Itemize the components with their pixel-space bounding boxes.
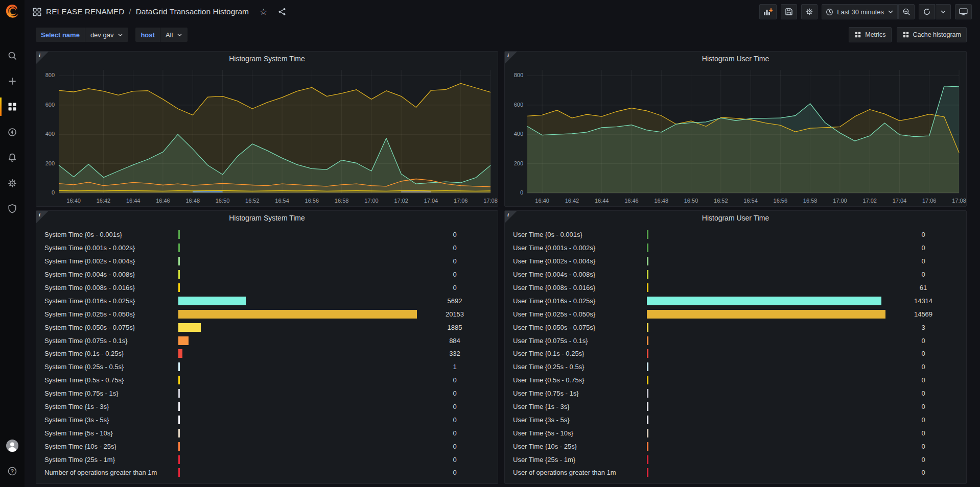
bell-icon <box>7 153 17 163</box>
bar-gauge-row: User Time {0.004s - 0.008s}0 <box>510 268 961 281</box>
bar-fill <box>647 429 648 437</box>
sidebar-item-server-admin[interactable] <box>0 196 25 222</box>
bar-fill <box>647 270 648 279</box>
bar-row-value: 0 <box>417 456 493 464</box>
cycle-view-mode-button[interactable] <box>955 4 972 19</box>
plus-icon <box>7 76 17 86</box>
variable-host-value[interactable]: All <box>160 28 188 42</box>
x-axis-label: 17:02 <box>862 198 877 204</box>
bar-gauge-row: System Time {0.004s - 0.008s}0 <box>41 268 493 281</box>
bar-fill <box>647 468 648 477</box>
bar-zone <box>647 360 885 374</box>
x-axis-label: 16:40 <box>535 198 549 204</box>
star-icon[interactable]: ☆ <box>260 8 267 16</box>
bar-zone <box>178 307 417 321</box>
bar-gauge-row: System Time {0.016s - 0.025s}5692 <box>41 294 493 307</box>
bar-gauge-row: System Time {0.001s - 0.002s}0 <box>41 241 493 255</box>
x-axis-label: 16:46 <box>624 198 639 204</box>
bar-gauge-row: User Time {3s - 5s}0 <box>510 413 961 426</box>
sidebar-item-help[interactable]: ? <box>0 458 25 484</box>
panel-title[interactable]: Histogram System Time <box>36 211 498 225</box>
panel-title[interactable]: Histogram User Time <box>505 211 966 225</box>
save-dashboard-button[interactable] <box>781 4 797 19</box>
bar-gauge-row: System Time {1s - 3s}0 <box>41 400 493 413</box>
bar-zone <box>647 400 885 413</box>
bar-row-value: 0 <box>885 244 961 252</box>
chart-canvas[interactable] <box>505 66 966 206</box>
apps-icon <box>902 31 909 38</box>
panel-title[interactable]: Histogram User Time <box>505 52 966 66</box>
variable-name-label[interactable]: Select name <box>36 28 85 42</box>
bar-gauge-row: User Time {0.008s - 0.016s}61 <box>510 281 961 295</box>
sidebar-item-explore[interactable] <box>0 119 25 145</box>
bar-row-label: Number of operations greater than 1m <box>41 469 178 476</box>
sidebar-bottom: ? <box>0 433 25 487</box>
bar-zone <box>178 440 417 453</box>
bar-fill <box>178 402 180 411</box>
breadcrumb-folder[interactable]: RELEASE RENAMED <box>46 7 124 16</box>
breadcrumb-dashboard-title[interactable]: DataGrid Transaction Histogram <box>136 7 249 16</box>
bar-fill <box>647 257 648 265</box>
bar-row-value: 0 <box>885 389 961 397</box>
panel-histogram-system-time-graph: i Histogram System Time 16:4016:4216:441… <box>36 51 498 207</box>
bar-row-value: 0 <box>885 337 961 345</box>
time-series-chart[interactable]: 16:4016:4216:4416:4616:4816:5016:5216:54… <box>505 66 966 206</box>
dashboard-settings-button[interactable] <box>801 4 818 19</box>
zoom-out-time-button[interactable] <box>898 4 915 19</box>
chart-canvas[interactable] <box>36 66 498 206</box>
gear-icon <box>805 8 813 16</box>
panel-title[interactable]: Histogram System Time <box>36 52 498 66</box>
time-series-chart[interactable]: 16:4016:4216:4416:4616:4816:5016:5216:54… <box>36 66 498 206</box>
add-panel-button[interactable] <box>759 4 777 19</box>
y-axis-label: 200 <box>505 160 523 166</box>
panel-histogram-system-time-bars: i Histogram System Time System Time {0s … <box>36 210 498 484</box>
bar-gauge-row: System Time {0.25s - 0.5s}1 <box>41 360 493 374</box>
grafana-logo[interactable] <box>0 0 25 22</box>
sidebar-item-profile[interactable] <box>0 433 25 458</box>
link-cache-histogram[interactable]: Cache histogram <box>897 27 967 42</box>
x-axis-label: 16:58 <box>803 198 818 204</box>
bar-gauge-row: System Time {0.025s - 0.050s}20153 <box>41 307 493 321</box>
sidebar-item-alerting[interactable] <box>0 145 25 171</box>
x-axis-label: 17:08 <box>952 198 966 204</box>
sidebar-item-search[interactable] <box>0 43 25 68</box>
sidebar-item-create[interactable] <box>0 68 25 94</box>
refresh-button[interactable] <box>919 4 935 19</box>
variable-name: Select name dev gav <box>36 28 128 42</box>
bar-row-value: 0 <box>885 350 961 357</box>
bar-gauge-list: System Time {0s - 0.001s}0System Time {0… <box>41 228 493 479</box>
sidebar-item-configuration[interactable] <box>0 171 25 196</box>
bar-gauge-row: User Time {25s - 1m}0 <box>510 453 961 466</box>
bar-gauge-row: User Time {1s - 3s}0 <box>510 400 961 413</box>
variable-host-label[interactable]: host <box>135 28 159 42</box>
bar-row-value: 0 <box>885 416 961 424</box>
variable-name-value[interactable]: dev gav <box>85 28 129 42</box>
bar-fill <box>647 323 648 332</box>
bar-fill <box>647 376 648 384</box>
bar-zone <box>647 387 885 400</box>
panel-info-icon[interactable]: i <box>505 52 517 64</box>
link-metrics[interactable]: Metrics <box>849 27 891 42</box>
apps-icon <box>854 31 861 38</box>
bar-zone <box>647 268 885 281</box>
panel-info-icon[interactable]: i <box>36 211 49 223</box>
time-range-picker[interactable]: Last 30 minutes <box>822 4 898 19</box>
bar-gauge-row: System Time {3s - 5s}0 <box>41 413 493 426</box>
bar-row-label: User Time {25s - 1m} <box>510 456 647 464</box>
bar-row-label: User Time {5s - 10s} <box>510 429 647 437</box>
top-navbar: RELEASE RENAMED / DataGrid Transaction H… <box>25 0 980 23</box>
bar-row-label: System Time {0.004s - 0.008s} <box>41 271 178 278</box>
y-axis-label: 600 <box>505 102 523 108</box>
bar-zone <box>647 466 885 479</box>
chevron-down-icon <box>118 32 123 38</box>
share-icon[interactable] <box>278 8 286 16</box>
panel-info-icon[interactable]: i <box>505 211 517 223</box>
bar-row-label: User Time {0.050s - 0.075s} <box>510 324 647 331</box>
bar-fill <box>178 310 417 319</box>
bar-row-value: 0 <box>417 403 493 410</box>
sidebar-item-dashboards[interactable] <box>0 94 25 119</box>
panel-info-icon[interactable]: i <box>36 52 49 64</box>
bar-zone <box>647 374 885 387</box>
chevron-down-icon <box>940 9 946 15</box>
refresh-interval-dropdown[interactable] <box>936 4 951 19</box>
